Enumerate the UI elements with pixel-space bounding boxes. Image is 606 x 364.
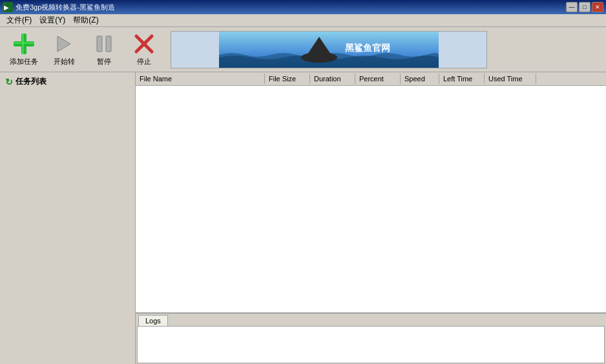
stop-label: 停止 <box>137 57 151 66</box>
stop-icon <box>132 32 156 56</box>
start-button[interactable]: 开始转 <box>45 30 83 69</box>
table-body <box>136 86 606 279</box>
svg-text:▶: ▶ <box>4 4 9 11</box>
col-usedtime: Used Time <box>485 74 536 84</box>
svg-text:黑鲨鱼官网: 黑鲨鱼官网 <box>345 43 390 53</box>
logs-panel: Logs <box>136 312 606 364</box>
add-icon <box>12 32 36 56</box>
svg-rect-7 <box>97 36 102 52</box>
pause-button[interactable]: 暂停 <box>85 30 123 69</box>
table-header: File Name File Size Duration Percent Spe… <box>136 72 606 86</box>
menu-settings[interactable]: 设置(Y) <box>36 14 69 27</box>
file-table: File Name File Size Duration Percent Spe… <box>136 72 606 312</box>
svg-rect-8 <box>106 36 111 52</box>
menu-help[interactable]: 帮助(Z) <box>69 14 102 27</box>
right-panel: File Name File Size Duration Percent Spe… <box>136 72 606 364</box>
col-lefttime: Left Time <box>439 74 485 84</box>
svg-rect-5 <box>14 42 34 44</box>
task-list-label: 任务列表 <box>16 76 47 87</box>
maximize-button[interactable]: □ <box>579 2 590 12</box>
title-bar: ▶ 免费3gp视频转换器-黑鲨鱼制造 — □ ✕ <box>0 0 606 14</box>
close-button[interactable]: ✕ <box>592 2 603 12</box>
logs-tab-label[interactable]: Logs <box>138 315 168 326</box>
col-filename: File Name <box>136 74 265 84</box>
task-list-header: ↻ 任务列表 <box>3 75 132 88</box>
window-title: 免费3gp视频转换器-黑鲨鱼制造 <box>16 3 115 12</box>
col-percent: Percent <box>355 74 401 84</box>
svg-point-12 <box>301 52 337 63</box>
col-filesize: File Size <box>265 74 310 84</box>
play-icon <box>52 32 76 56</box>
add-task-button[interactable]: 添加任务 <box>5 30 43 69</box>
logs-tab: Logs <box>136 313 606 326</box>
shark-banner: 黑鲨鱼官网 <box>219 32 439 68</box>
banner-area[interactable]: 黑鲨鱼官网 <box>171 31 487 68</box>
menu-bar: 文件(F) 设置(Y) 帮助(Z) <box>0 14 606 27</box>
left-panel: ↻ 任务列表 <box>0 72 136 364</box>
start-label: 开始转 <box>54 57 75 66</box>
logs-content[interactable] <box>137 326 605 363</box>
app-icon: ▶ <box>3 2 13 12</box>
title-bar-left: ▶ 免费3gp视频转换器-黑鲨鱼制造 <box>3 2 115 12</box>
minimize-button[interactable]: — <box>566 2 578 12</box>
main-area: ↻ 任务列表 File Name File Size Duration Perc… <box>0 72 606 364</box>
col-speed: Speed <box>401 74 439 84</box>
col-duration: Duration <box>310 74 355 84</box>
title-controls: — □ ✕ <box>566 2 603 12</box>
svg-marker-6 <box>57 36 70 52</box>
refresh-icon: ↻ <box>5 77 13 87</box>
pause-icon <box>92 32 116 56</box>
add-task-label: 添加任务 <box>10 57 38 66</box>
pause-label: 暂停 <box>97 57 111 66</box>
stop-button[interactable]: 停止 <box>125 30 163 69</box>
menu-file[interactable]: 文件(F) <box>3 14 36 27</box>
toolbar: 添加任务 开始转 暂停 停止 <box>0 27 606 72</box>
